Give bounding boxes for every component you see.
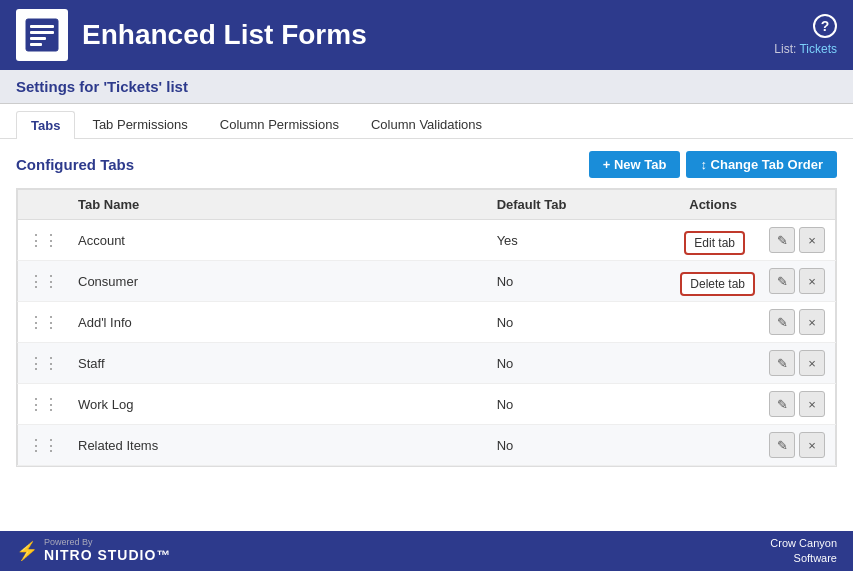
app-header: Enhanced List Forms ? List: Tickets: [0, 0, 853, 70]
svg-rect-2: [30, 31, 54, 34]
row-actions: Delete tab ✎ ×: [689, 268, 825, 294]
tab-name-cell: Staff: [68, 343, 487, 384]
svg-rect-0: [26, 19, 58, 51]
footer-left: ⚡ Powered By NITRO STUDIO™: [16, 538, 171, 563]
tabs-navigation: Tabs Tab Permissions Column Permissions …: [0, 104, 853, 139]
col-header-default-tab: Default Tab: [487, 190, 680, 220]
default-tab-cell: No: [487, 425, 680, 466]
list-link[interactable]: Tickets: [799, 42, 837, 56]
change-tab-order-button[interactable]: ↕ Change Tab Order: [686, 151, 837, 178]
new-tab-button[interactable]: + New Tab: [589, 151, 681, 178]
footer-right: Crow Canyon Software: [770, 536, 837, 567]
section-title: Configured Tabs: [16, 156, 134, 173]
default-tab-cell: No: [487, 261, 680, 302]
section-header: Configured Tabs + New Tab ↕ Change Tab O…: [16, 151, 837, 178]
edit-tab-button[interactable]: ✎: [769, 309, 795, 335]
delete-tab-button[interactable]: ×: [799, 350, 825, 376]
tab-tabs[interactable]: Tabs: [16, 111, 75, 139]
default-tab-cell: No: [487, 384, 680, 425]
table-wrapper: Tab Name Default Tab Actions ⋮⋮ Account …: [16, 188, 837, 467]
drag-handle[interactable]: ⋮⋮: [18, 261, 69, 302]
company-name-line1: Crow Canyon: [770, 536, 837, 551]
col-header-actions: Actions: [679, 190, 835, 220]
tab-column-permissions[interactable]: Column Permissions: [205, 110, 354, 138]
edit-tab-button[interactable]: ✎: [769, 391, 795, 417]
list-info: List: Tickets: [774, 42, 837, 56]
settings-title: Settings for 'Tickets' list: [16, 78, 188, 95]
drag-handle[interactable]: ⋮⋮: [18, 302, 69, 343]
table-row: ⋮⋮ Related Items No ✎ ×: [18, 425, 836, 466]
tab-column-validations[interactable]: Column Validations: [356, 110, 497, 138]
drag-handle[interactable]: ⋮⋮: [18, 425, 69, 466]
edit-tab-button[interactable]: ✎: [769, 268, 795, 294]
action-buttons: + New Tab ↕ Change Tab Order: [589, 151, 837, 178]
app-icon: [16, 9, 68, 61]
settings-bar: Settings for 'Tickets' list: [0, 70, 853, 104]
delete-tab-button[interactable]: ×: [799, 432, 825, 458]
edit-tab-tooltip: Edit tab: [684, 231, 745, 255]
app-title: Enhanced List Forms: [82, 19, 774, 51]
edit-tab-button[interactable]: ✎: [769, 350, 795, 376]
row-actions: ✎ ×: [689, 309, 825, 335]
delete-tab-tooltip: Delete tab: [680, 272, 755, 296]
col-header-drag: [18, 190, 69, 220]
table-row: ⋮⋮ Consumer No Delete tab ✎ ×: [18, 261, 836, 302]
delete-tab-button[interactable]: ×: [799, 309, 825, 335]
table-row: ⋮⋮ Staff No ✎ ×: [18, 343, 836, 384]
tab-name-cell: Work Log: [68, 384, 487, 425]
nitro-studio-label: NITRO STUDIO™: [44, 548, 171, 563]
row-actions: ✎ ×: [689, 432, 825, 458]
help-button[interactable]: ?: [813, 14, 837, 38]
nitro-logo: Powered By NITRO STUDIO™: [44, 538, 171, 563]
default-tab-cell: No: [487, 343, 680, 384]
row-actions: ✎ ×: [689, 391, 825, 417]
tab-name-cell: Consumer: [68, 261, 487, 302]
tab-name-cell: Add'l Info: [68, 302, 487, 343]
tab-name-cell: Related Items: [68, 425, 487, 466]
table-row: ⋮⋮ Account Yes Edit tab ✎ ×: [18, 220, 836, 261]
table-row: ⋮⋮ Add'l Info No ✎ ×: [18, 302, 836, 343]
delete-tab-button[interactable]: ×: [799, 227, 825, 253]
row-actions: Edit tab ✎ ×: [689, 227, 825, 253]
edit-tab-button[interactable]: ✎: [769, 227, 795, 253]
edit-tab-button[interactable]: ✎: [769, 432, 795, 458]
lightning-icon: ⚡: [16, 540, 38, 562]
delete-tab-button[interactable]: ×: [799, 391, 825, 417]
tab-name-cell: Account: [68, 220, 487, 261]
tabs-table: Tab Name Default Tab Actions ⋮⋮ Account …: [17, 189, 836, 466]
company-name-line2: Software: [770, 551, 837, 566]
row-actions: ✎ ×: [689, 350, 825, 376]
drag-handle[interactable]: ⋮⋮: [18, 384, 69, 425]
default-tab-cell: No: [487, 302, 680, 343]
svg-rect-3: [30, 37, 46, 40]
tab-tab-permissions[interactable]: Tab Permissions: [77, 110, 202, 138]
svg-rect-1: [30, 25, 54, 28]
main-content: Configured Tabs + New Tab ↕ Change Tab O…: [0, 139, 853, 479]
table-row: ⋮⋮ Work Log No ✎ ×: [18, 384, 836, 425]
svg-rect-4: [30, 43, 42, 46]
default-tab-cell: Yes: [487, 220, 680, 261]
delete-tab-button[interactable]: ×: [799, 268, 825, 294]
drag-handle[interactable]: ⋮⋮: [18, 220, 69, 261]
col-header-tab-name: Tab Name: [68, 190, 487, 220]
header-right: ? List: Tickets: [774, 14, 837, 56]
app-footer: ⚡ Powered By NITRO STUDIO™ Crow Canyon S…: [0, 531, 853, 571]
drag-handle[interactable]: ⋮⋮: [18, 343, 69, 384]
